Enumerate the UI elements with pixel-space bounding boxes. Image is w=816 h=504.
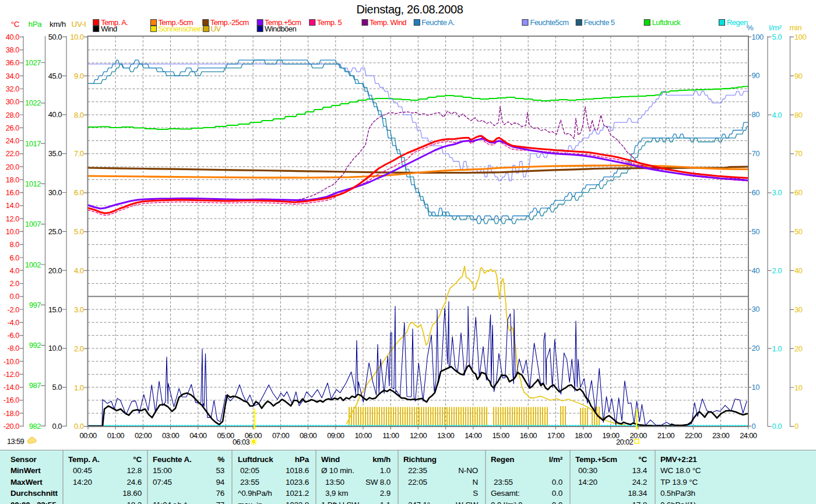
svg-text:°C: °C bbox=[11, 20, 20, 29]
svg-text:N-NO: N-NO bbox=[458, 466, 478, 475]
svg-text:90: 90 bbox=[794, 72, 803, 80]
svg-text:21:00: 21:00 bbox=[657, 431, 675, 440]
svg-text:22.0: 22.0 bbox=[6, 149, 20, 158]
svg-text:10: 10 bbox=[794, 383, 803, 392]
svg-text:3,9 km: 3,9 km bbox=[325, 489, 348, 498]
svg-text:18.0: 18.0 bbox=[6, 175, 20, 184]
svg-text:28.0: 28.0 bbox=[6, 111, 20, 119]
svg-text:-8.0: -8.0 bbox=[8, 344, 20, 353]
svg-text:04:00: 04:00 bbox=[189, 431, 207, 440]
svg-text:10.0: 10.0 bbox=[6, 227, 20, 236]
svg-text:1007: 1007 bbox=[25, 220, 41, 228]
svg-text:Sensor: Sensor bbox=[10, 455, 37, 464]
svg-text:100: 100 bbox=[752, 33, 764, 41]
svg-text:Temp. 5: Temp. 5 bbox=[317, 18, 342, 27]
svg-text:-2.0: -2.0 bbox=[8, 305, 20, 314]
svg-text:80: 80 bbox=[794, 111, 803, 119]
svg-text:80: 80 bbox=[752, 110, 760, 119]
svg-text:14:20: 14:20 bbox=[73, 478, 92, 487]
svg-text:18:00: 18:00 bbox=[575, 431, 592, 440]
svg-text:4.0: 4.0 bbox=[9, 266, 19, 275]
svg-text:40: 40 bbox=[752, 266, 760, 275]
svg-text:UV-I: UV-I bbox=[71, 20, 86, 29]
svg-text:20.0: 20.0 bbox=[48, 266, 62, 275]
svg-text:50: 50 bbox=[752, 227, 760, 236]
svg-text:TP 13.9 °C: TP 13.9 °C bbox=[660, 478, 698, 487]
svg-text:45.0: 45.0 bbox=[48, 72, 62, 80]
svg-text:0: 0 bbox=[794, 422, 799, 431]
svg-text:SW 8.0: SW 8.0 bbox=[365, 478, 391, 487]
svg-text:Dienstag, 26.08.2008: Dienstag, 26.08.2008 bbox=[356, 3, 463, 16]
svg-text:30.0: 30.0 bbox=[6, 97, 20, 106]
svg-text:6.0: 6.0 bbox=[9, 253, 19, 262]
svg-text:1.0: 1.0 bbox=[74, 383, 84, 392]
svg-text:min: min bbox=[790, 23, 802, 32]
svg-text:hPa: hPa bbox=[28, 20, 42, 29]
svg-text:09:00: 09:00 bbox=[327, 431, 344, 440]
svg-text:8.0: 8.0 bbox=[74, 111, 84, 119]
svg-text:-4.0: -4.0 bbox=[8, 318, 20, 327]
svg-text:MinWert: MinWert bbox=[10, 466, 41, 475]
svg-text:22:35: 22:35 bbox=[408, 466, 427, 475]
svg-text:0.0: 0.0 bbox=[552, 478, 562, 487]
svg-text:Feuchte A.: Feuchte A. bbox=[153, 455, 192, 464]
svg-text:4.0: 4.0 bbox=[74, 266, 84, 275]
svg-text:01:00: 01:00 bbox=[107, 431, 125, 440]
svg-text:15:00: 15:00 bbox=[153, 466, 172, 475]
svg-text:90: 90 bbox=[752, 71, 760, 80]
svg-text:2.0: 2.0 bbox=[772, 266, 782, 275]
svg-text:9.0: 9.0 bbox=[74, 72, 84, 80]
svg-text:20:02: 20:02 bbox=[616, 438, 634, 446]
svg-text:10: 10 bbox=[752, 383, 760, 392]
svg-text:15:00: 15:00 bbox=[492, 431, 509, 440]
svg-text:0.0: 0.0 bbox=[552, 489, 562, 498]
svg-text:05:00: 05:00 bbox=[217, 431, 234, 440]
svg-text:1 Bft H SW: 1 Bft H SW bbox=[321, 501, 359, 504]
svg-text:MaxWert: MaxWert bbox=[10, 478, 43, 487]
svg-text:2.9: 2.9 bbox=[380, 489, 391, 498]
svg-text:Feuchte5cm: Feuchte5cm bbox=[530, 18, 569, 27]
svg-text:00:00: 00:00 bbox=[79, 431, 97, 440]
svg-text:hPa: hPa bbox=[295, 455, 309, 464]
svg-text:Temp. Wind: Temp. Wind bbox=[370, 18, 406, 27]
svg-text:0.0: 0.0 bbox=[9, 292, 19, 301]
svg-text:7.0: 7.0 bbox=[74, 149, 84, 158]
svg-text:18.34: 18.34 bbox=[628, 489, 647, 498]
svg-text:60: 60 bbox=[794, 188, 803, 197]
svg-text:07:45: 07:45 bbox=[153, 478, 172, 487]
svg-text:20.0: 20.0 bbox=[6, 163, 20, 171]
svg-text:^0.9hPa/h: ^0.9hPa/h bbox=[238, 489, 272, 498]
svg-text:00:45: 00:45 bbox=[73, 466, 92, 475]
svg-text:10.0: 10.0 bbox=[48, 344, 62, 353]
svg-text:l/m²: l/m² bbox=[769, 23, 782, 32]
svg-text:1002: 1002 bbox=[25, 260, 41, 269]
svg-text:32.0: 32.0 bbox=[6, 84, 20, 93]
svg-text:18.2: 18.2 bbox=[127, 501, 142, 504]
svg-text:26.0: 26.0 bbox=[6, 124, 20, 132]
svg-text:Sonnenschein: Sonnenschein bbox=[158, 24, 202, 33]
svg-text:Temp.+5cm: Temp.+5cm bbox=[575, 455, 617, 464]
svg-text:-10.0: -10.0 bbox=[3, 357, 19, 366]
svg-text:Feuchte A.: Feuchte A. bbox=[421, 18, 455, 27]
svg-text:N: N bbox=[472, 478, 478, 487]
svg-text:20: 20 bbox=[794, 344, 803, 353]
svg-text:40.0: 40.0 bbox=[48, 110, 62, 119]
svg-text:247.1°: 247.1° bbox=[408, 501, 430, 504]
svg-text:2.0: 2.0 bbox=[74, 344, 84, 353]
svg-text:-18.0: -18.0 bbox=[3, 409, 19, 418]
svg-text:30: 30 bbox=[794, 305, 803, 314]
svg-text:%: % bbox=[217, 455, 224, 464]
svg-text:53: 53 bbox=[216, 466, 224, 475]
svg-text:6.0: 6.0 bbox=[74, 188, 84, 197]
svg-text:24.2: 24.2 bbox=[632, 478, 647, 487]
svg-text:1023.6: 1023.6 bbox=[286, 478, 309, 487]
svg-text:08:00: 08:00 bbox=[300, 431, 317, 440]
svg-text:Regen: Regen bbox=[727, 18, 748, 27]
svg-text:1021.2: 1021.2 bbox=[286, 489, 309, 498]
svg-text:Luftdruck: Luftdruck bbox=[652, 18, 681, 27]
svg-text:00:30: 00:30 bbox=[578, 466, 597, 475]
svg-text:0.5hPa/3h: 0.5hPa/3h bbox=[660, 489, 695, 498]
svg-text:Durchschnitt: Durchschnitt bbox=[10, 489, 58, 498]
svg-text:Luftdruck: Luftdruck bbox=[238, 455, 273, 464]
svg-text:06:03: 06:03 bbox=[233, 438, 250, 446]
